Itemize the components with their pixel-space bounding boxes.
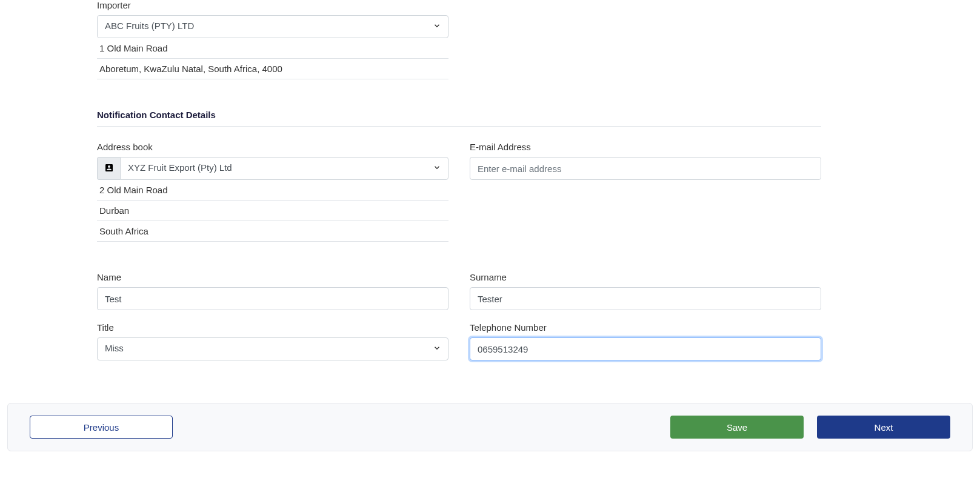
address-book-address: 2 Old Main Road Durban South Africa [97,180,448,242]
save-button[interactable]: Save [670,416,804,439]
title-label: Title [97,322,448,333]
notification-section-header: Notification Contact Details [97,110,821,127]
name-label: Name [97,272,448,282]
address-book-select[interactable]: XYZ Fruit Export (Pty) Ltd [120,157,448,180]
name-field[interactable] [97,287,448,310]
importer-address-line1: 1 Old Main Road [97,38,448,59]
next-button[interactable]: Next [817,416,950,439]
address-book-line2: Durban [97,201,448,221]
title-select[interactable]: Miss [97,337,448,360]
contact-book-icon [104,163,114,174]
address-book-line1: 2 Old Main Road [97,180,448,201]
footer-bar: Previous Save Next [7,403,973,451]
telephone-field[interactable] [470,337,821,360]
importer-label: Importer [97,0,448,10]
surname-label: Surname [470,272,821,282]
address-book-label: Address book [97,142,448,152]
importer-select[interactable]: ABC Fruits (PTY) LTD [97,15,448,38]
address-book-selected-value: XYZ Fruit Export (Pty) Ltd [120,157,448,180]
title-selected-value: Miss [97,337,448,360]
importer-address: 1 Old Main Road Aboretum, KwaZulu Natal,… [97,38,448,79]
previous-button[interactable]: Previous [30,416,173,439]
email-label: E-mail Address [470,142,821,152]
telephone-label: Telephone Number [470,322,821,333]
email-field[interactable] [470,157,821,180]
address-book-icon-button[interactable] [97,157,120,180]
address-book-line3: South Africa [97,221,448,242]
importer-address-line2: Aboretum, KwaZulu Natal, South Africa, 4… [97,59,448,79]
surname-field[interactable] [470,287,821,310]
importer-selected-value: ABC Fruits (PTY) LTD [97,15,448,38]
